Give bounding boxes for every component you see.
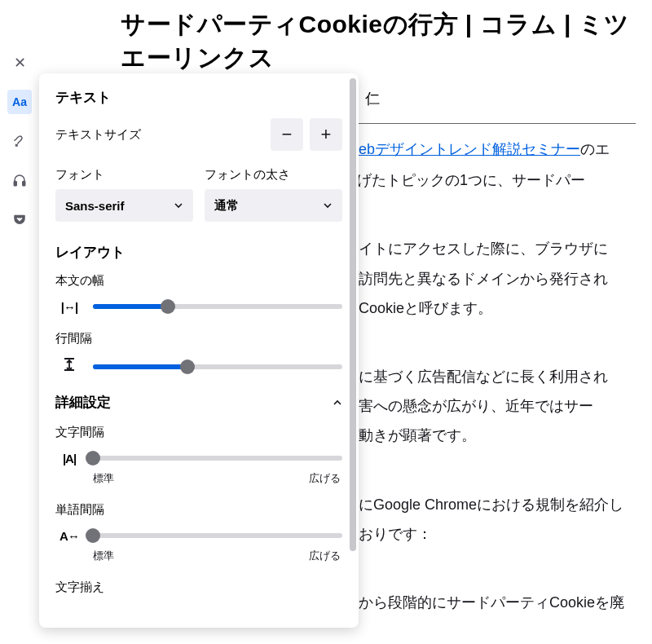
close-icon[interactable]: ✕ (7, 51, 32, 75)
text-align-label: 文字揃え (55, 580, 342, 595)
svg-rect-0 (14, 182, 16, 186)
chevron-down-icon (174, 201, 183, 210)
decrease-text-button[interactable]: − (271, 118, 303, 151)
tick-standard: 標準 (93, 549, 114, 563)
page-title: サードパーティCookieの行方 | コラム | ミツエーリンクス (121, 0, 636, 74)
svg-rect-1 (23, 182, 25, 186)
reader-settings-panel: テキスト テキストサイズ − + フォント Sans-serif フォントの太さ… (39, 73, 359, 628)
reader-sidebar: ✕ Aa (0, 0, 39, 644)
save-pocket-tab[interactable] (7, 207, 32, 232)
width-slider[interactable] (93, 298, 342, 315)
theme-settings-tab[interactable] (7, 129, 32, 153)
tick-wide: 広げる (309, 549, 341, 563)
word-spacing-slider[interactable] (93, 527, 342, 544)
width-icon: |↔| (55, 300, 83, 314)
panel-scrollbar[interactable] (350, 78, 356, 551)
font-value: Sans-serif (65, 199, 125, 213)
font-label: フォント (55, 167, 193, 183)
pocket-icon (12, 212, 27, 227)
char-spacing-icon: |A| (55, 452, 83, 465)
seminar-link[interactable]: ebデザイントレンド解説セミナー (359, 141, 580, 157)
weight-label: フォントの太さ (205, 167, 342, 183)
word-spacing-icon: A↔ (55, 529, 83, 543)
line-spacing-label: 行間隔 (55, 331, 342, 346)
word-spacing-label: 単語間隔 (55, 502, 342, 518)
weight-value: 通常 (214, 198, 239, 214)
tick-wide: 広げる (309, 471, 341, 486)
text-settings-tab[interactable]: Aa (7, 90, 32, 114)
char-spacing-slider[interactable] (93, 450, 342, 466)
chevron-down-icon (323, 201, 333, 210)
read-aloud-tab[interactable] (7, 168, 32, 192)
weight-dropdown[interactable]: 通常 (205, 189, 342, 222)
advanced-section-title: 詳細設定 (55, 393, 111, 412)
chevron-up-icon (333, 398, 342, 408)
body-text: のエ (580, 141, 610, 157)
layout-section-title: レイアウト (55, 243, 342, 262)
increase-text-button[interactable]: + (310, 118, 342, 151)
text-size-label: テキストサイズ (55, 127, 141, 143)
line-spacing-slider[interactable] (93, 359, 342, 375)
text-section-title: テキスト (55, 88, 342, 107)
char-spacing-label: 文字間隔 (55, 425, 342, 440)
tick-standard: 標準 (93, 471, 114, 486)
brush-icon (12, 134, 27, 148)
width-label: 本文の幅 (55, 273, 342, 289)
font-dropdown[interactable]: Sans-serif (55, 189, 193, 222)
headphones-icon (12, 173, 27, 187)
advanced-toggle[interactable]: 詳細設定 (55, 393, 342, 412)
line-spacing-icon (55, 356, 83, 377)
